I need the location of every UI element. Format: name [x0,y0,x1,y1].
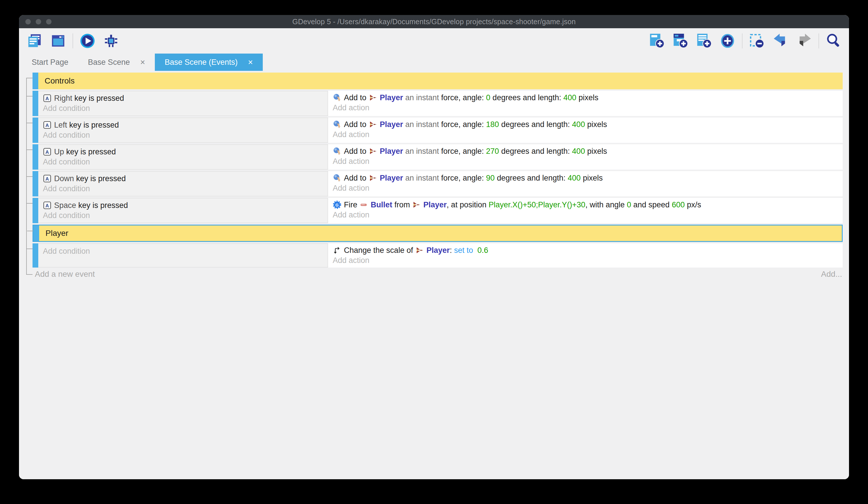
player-ship-icon [415,246,424,255]
instruction-text: Player [380,173,403,183]
instruction-text: 0 [627,200,631,209]
add-condition-button[interactable]: Add condition [38,183,328,196]
tab-close-icon[interactable]: × [140,58,145,67]
instruction-text: Player [380,120,403,129]
delete-selection-icon[interactable] [749,33,765,49]
add-condition-button[interactable]: Add condition [38,130,328,142]
add-new-event-button[interactable]: Add a new event [35,270,95,279]
event-row[interactable]: AUp key is pressedAdd conditionAdd to Pl… [32,144,843,170]
condition-cell[interactable]: ARight key is pressedAdd condition [38,91,328,116]
event-handle-bar[interactable] [32,144,38,170]
event-row[interactable]: ARight key is pressedAdd conditionAdd to… [32,91,843,116]
event-row[interactable]: Add conditionChange the scale of Player:… [32,243,843,268]
undo-icon[interactable] [773,33,788,49]
fire-gear-icon: G [333,200,341,209]
event-handle-bar[interactable] [32,243,38,268]
search-icon[interactable] [825,33,841,49]
instruction-text: Player [423,200,447,209]
event-handle-bar[interactable] [32,198,38,223]
debug-icon[interactable] [103,33,119,49]
add-event-icon[interactable] [649,33,665,49]
add-more-button[interactable]: Add... [821,270,842,279]
action-cell[interactable]: GFire Bullet from Player, at position Pl… [328,198,843,223]
action-cell[interactable]: Add to Player an instant force, angle: 9… [328,171,843,196]
event-handle-bar[interactable] [32,73,38,89]
condition-instruction[interactable]: ARight key is pressed [38,91,328,103]
condition-instruction[interactable]: ASpace key is pressed [38,199,328,210]
add-action-button[interactable]: Add action [328,129,843,142]
svg-text:A: A [45,150,49,155]
action-instruction[interactable]: Change the scale of Player: set to 0.6 [328,243,843,255]
redo-icon[interactable] [796,33,812,49]
condition-cell[interactable]: ALeft key is pressedAdd condition [38,118,328,143]
add-action-button[interactable]: Add action [328,102,843,115]
player-ship-icon [412,200,421,209]
action-cell[interactable]: Add to Player an instant force, angle: 2… [328,144,843,170]
gdevelop-window: GDevelop 5 - /Users/dkarakay/Documents/G… [19,15,849,479]
instruction-text: pixels [581,173,603,183]
instruction-text: Up [54,147,66,157]
tab-close-icon[interactable]: × [248,58,253,67]
event-handle-bar[interactable] [32,118,38,143]
add-condition-button[interactable]: Add condition [38,244,328,258]
instruction-text: an instant [403,173,441,183]
condition-instruction[interactable]: ALeft key is pressed [38,118,328,130]
event-row[interactable]: ADown key is pressedAdd conditionAdd to … [32,171,843,196]
action-instruction[interactable]: Add to Player an instant force, angle: 2… [328,144,843,156]
add-condition-button[interactable]: Add condition [38,103,328,115]
tab-base-scene-events[interactable]: Base Scene (Events) × [155,53,263,71]
condition-cell[interactable]: ASpace key is pressedAdd condition [38,198,328,223]
choose-add-event-icon[interactable] [720,33,736,49]
tab-start-page[interactable]: Start Page [22,53,78,71]
condition-instruction[interactable]: ADown key is pressed [38,172,328,183]
action-cell[interactable]: Add to Player an instant force, angle: 0… [328,91,843,116]
action-cell[interactable]: Change the scale of Player: set to 0.6Ad… [328,243,843,268]
instruction-text: force, angle: [441,173,486,183]
instruction-text: , with angle [585,200,627,209]
instruction-text: key is pressed [66,147,116,157]
svg-text:A: A [45,123,49,128]
instruction-text: force, angle: [441,93,486,102]
instruction-text: 180 [486,120,499,129]
add-comment-icon[interactable] [696,33,712,49]
close-window-button[interactable] [25,19,31,24]
condition-instruction[interactable]: AUp key is pressed [38,145,328,157]
action-instruction[interactable]: Add to Player an instant force, angle: 0… [328,91,843,102]
action-instruction[interactable]: Add to Player an instant force, angle: 9… [328,171,843,183]
toolbar-separator [73,33,73,48]
event-handle-bar[interactable] [33,225,39,241]
instruction-text: Space [54,201,78,210]
add-action-button[interactable]: Add action [328,183,843,195]
event-group-player[interactable]: Player [32,225,843,242]
instruction-text: degrees and length: [499,120,572,129]
action-instruction[interactable]: GFire Bullet from Player, at position Pl… [328,198,843,209]
event-handle-bar[interactable] [32,91,38,116]
event-handle-bar[interactable] [32,171,38,196]
add-action-button[interactable]: Add action [328,156,843,169]
bullet-icon [360,200,368,209]
add-subevent-icon[interactable] [672,33,689,49]
add-action-button[interactable]: Add action [328,255,843,268]
event-group-controls[interactable]: Controls [32,73,843,89]
add-condition-button[interactable]: Add condition [38,210,328,223]
condition-cell[interactable]: AUp key is pressedAdd condition [38,144,328,170]
instruction-text: , at position [447,200,489,209]
tab-base-scene[interactable]: Base Scene × [78,53,155,71]
add-condition-button[interactable]: Add condition [38,157,328,169]
event-row[interactable]: ASpace key is pressedAdd conditionGFire … [32,198,843,223]
event-row[interactable]: ALeft key is pressedAdd conditionAdd to … [32,118,843,143]
action-instruction[interactable]: Add to Player an instant force, angle: 1… [328,118,843,129]
start-scene-icon[interactable] [50,33,66,49]
svg-text:A: A [45,176,49,182]
project-manager-icon[interactable] [27,33,43,49]
instruction-text: 600 [672,200,685,209]
svg-text:A: A [45,203,49,209]
zoom-window-button[interactable] [46,19,52,24]
condition-cell[interactable]: ADown key is pressedAdd condition [38,171,328,196]
minimize-window-button[interactable] [36,19,41,24]
add-action-button[interactable]: Add action [328,209,843,222]
preview-play-icon[interactable] [80,33,95,49]
instruction-text: Player.X()+50;Player.Y()+30 [489,200,585,209]
action-cell[interactable]: Add to Player an instant force, angle: 1… [328,118,843,143]
condition-cell[interactable]: Add condition [38,243,328,268]
